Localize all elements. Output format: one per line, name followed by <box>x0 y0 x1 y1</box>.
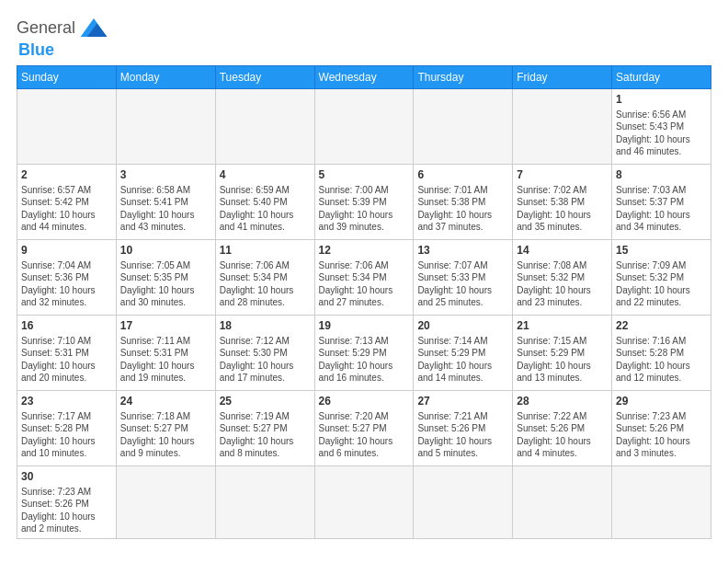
calendar-week-row: 1Sunrise: 6:56 AM Sunset: 5:43 PM Daylig… <box>17 89 711 165</box>
calendar-day-13: 13Sunrise: 7:07 AM Sunset: 5:33 PM Dayli… <box>414 240 513 316</box>
day-number: 7 <box>517 167 608 183</box>
calendar-day-18: 18Sunrise: 7:12 AM Sunset: 5:30 PM Dayli… <box>215 316 314 391</box>
calendar-empty-cell <box>215 89 314 165</box>
day-info: Sunrise: 7:15 AM Sunset: 5:29 PM Dayligh… <box>517 335 608 385</box>
calendar-day-1: 1Sunrise: 6:56 AM Sunset: 5:43 PM Daylig… <box>612 89 711 165</box>
calendar-day-17: 17Sunrise: 7:11 AM Sunset: 5:31 PM Dayli… <box>116 316 215 391</box>
calendar-week-row: 16Sunrise: 7:10 AM Sunset: 5:31 PM Dayli… <box>17 316 711 391</box>
calendar-empty-cell <box>17 89 117 165</box>
day-info: Sunrise: 7:16 AM Sunset: 5:28 PM Dayligh… <box>616 335 707 385</box>
page: General Blue SundayMondayTuesdayWednesda… <box>0 0 728 563</box>
day-info: Sunrise: 7:00 AM Sunset: 5:39 PM Dayligh… <box>319 184 410 234</box>
day-number: 6 <box>417 167 508 183</box>
calendar-day-30: 30Sunrise: 7:23 AM Sunset: 5:26 PM Dayli… <box>17 466 117 539</box>
calendar-day-8: 8Sunrise: 7:03 AM Sunset: 5:37 PM Daylig… <box>612 165 711 240</box>
calendar-empty-cell <box>215 466 314 539</box>
day-number: 29 <box>616 394 707 409</box>
day-info: Sunrise: 7:23 AM Sunset: 5:26 PM Dayligh… <box>616 410 707 460</box>
day-number: 30 <box>21 469 112 485</box>
day-info: Sunrise: 7:07 AM Sunset: 5:33 PM Dayligh… <box>417 259 508 309</box>
calendar-day-29: 29Sunrise: 7:23 AM Sunset: 5:26 PM Dayli… <box>612 391 711 466</box>
calendar-day-14: 14Sunrise: 7:08 AM Sunset: 5:32 PM Dayli… <box>513 240 612 316</box>
day-info: Sunrise: 7:18 AM Sunset: 5:27 PM Dayligh… <box>120 410 211 460</box>
weekday-header-thursday: Thursday <box>414 66 513 89</box>
day-number: 18 <box>220 318 311 334</box>
calendar-day-25: 25Sunrise: 7:19 AM Sunset: 5:27 PM Dayli… <box>215 391 314 466</box>
day-info: Sunrise: 7:17 AM Sunset: 5:28 PM Dayligh… <box>21 410 112 460</box>
logo-icon <box>77 15 110 40</box>
calendar-week-row: 9Sunrise: 7:04 AM Sunset: 5:36 PM Daylig… <box>17 240 711 316</box>
day-number: 9 <box>21 243 112 259</box>
day-number: 8 <box>616 167 707 183</box>
day-info: Sunrise: 7:23 AM Sunset: 5:26 PM Dayligh… <box>21 486 112 535</box>
calendar-empty-cell <box>612 466 711 539</box>
header: General Blue <box>17 15 711 60</box>
calendar-day-16: 16Sunrise: 7:10 AM Sunset: 5:31 PM Dayli… <box>17 316 117 391</box>
day-number: 15 <box>616 243 707 259</box>
weekday-header-wednesday: Wednesday <box>314 66 414 89</box>
calendar-week-row: 23Sunrise: 7:17 AM Sunset: 5:28 PM Dayli… <box>17 391 711 466</box>
calendar-day-19: 19Sunrise: 7:13 AM Sunset: 5:29 PM Dayli… <box>314 316 414 391</box>
day-info: Sunrise: 7:06 AM Sunset: 5:34 PM Dayligh… <box>220 259 311 309</box>
day-info: Sunrise: 7:11 AM Sunset: 5:31 PM Dayligh… <box>120 335 211 385</box>
calendar-empty-cell <box>116 89 215 165</box>
calendar-day-15: 15Sunrise: 7:09 AM Sunset: 5:32 PM Dayli… <box>612 240 711 316</box>
day-number: 16 <box>21 318 112 334</box>
day-info: Sunrise: 7:08 AM Sunset: 5:32 PM Dayligh… <box>517 259 608 309</box>
calendar-day-2: 2Sunrise: 6:57 AM Sunset: 5:42 PM Daylig… <box>17 165 117 240</box>
day-number: 22 <box>616 318 707 334</box>
day-info: Sunrise: 7:13 AM Sunset: 5:29 PM Dayligh… <box>319 335 410 385</box>
day-number: 17 <box>120 318 211 334</box>
calendar-day-24: 24Sunrise: 7:18 AM Sunset: 5:27 PM Dayli… <box>116 391 215 466</box>
day-info: Sunrise: 6:58 AM Sunset: 5:41 PM Dayligh… <box>120 184 211 234</box>
calendar-empty-cell <box>414 466 513 539</box>
day-info: Sunrise: 6:59 AM Sunset: 5:40 PM Dayligh… <box>220 184 311 234</box>
day-info: Sunrise: 7:10 AM Sunset: 5:31 PM Dayligh… <box>21 335 112 385</box>
calendar-day-3: 3Sunrise: 6:58 AM Sunset: 5:41 PM Daylig… <box>116 165 215 240</box>
logo: General Blue <box>17 15 110 60</box>
day-info: Sunrise: 6:56 AM Sunset: 5:43 PM Dayligh… <box>616 109 707 158</box>
calendar-day-23: 23Sunrise: 7:17 AM Sunset: 5:28 PM Dayli… <box>17 391 117 466</box>
day-info: Sunrise: 6:57 AM Sunset: 5:42 PM Dayligh… <box>21 184 112 234</box>
day-number: 12 <box>319 243 410 259</box>
day-info: Sunrise: 7:03 AM Sunset: 5:37 PM Dayligh… <box>616 184 707 234</box>
calendar-empty-cell <box>314 466 414 539</box>
calendar-day-21: 21Sunrise: 7:15 AM Sunset: 5:29 PM Dayli… <box>513 316 612 391</box>
calendar-day-4: 4Sunrise: 6:59 AM Sunset: 5:40 PM Daylig… <box>215 165 314 240</box>
day-number: 14 <box>517 243 608 259</box>
calendar-empty-cell <box>116 466 215 539</box>
calendar-day-12: 12Sunrise: 7:06 AM Sunset: 5:34 PM Dayli… <box>314 240 414 316</box>
day-info: Sunrise: 7:04 AM Sunset: 5:36 PM Dayligh… <box>21 259 112 309</box>
day-number: 27 <box>417 394 508 409</box>
day-number: 28 <box>517 394 608 409</box>
weekday-header-sunday: Sunday <box>17 66 117 89</box>
day-number: 13 <box>417 243 508 259</box>
calendar-day-6: 6Sunrise: 7:01 AM Sunset: 5:38 PM Daylig… <box>414 165 513 240</box>
logo-text: General <box>17 19 75 36</box>
day-info: Sunrise: 7:22 AM Sunset: 5:26 PM Dayligh… <box>517 410 608 460</box>
calendar-day-27: 27Sunrise: 7:21 AM Sunset: 5:26 PM Dayli… <box>414 391 513 466</box>
weekday-header-friday: Friday <box>513 66 612 89</box>
day-info: Sunrise: 7:12 AM Sunset: 5:30 PM Dayligh… <box>220 335 311 385</box>
day-number: 11 <box>220 243 311 259</box>
day-number: 1 <box>616 92 707 108</box>
weekday-header-saturday: Saturday <box>612 66 711 89</box>
calendar-day-22: 22Sunrise: 7:16 AM Sunset: 5:28 PM Dayli… <box>612 316 711 391</box>
calendar-day-20: 20Sunrise: 7:14 AM Sunset: 5:29 PM Dayli… <box>414 316 513 391</box>
day-number: 26 <box>319 394 410 409</box>
day-number: 20 <box>417 318 508 334</box>
calendar-week-row: 2Sunrise: 6:57 AM Sunset: 5:42 PM Daylig… <box>17 165 711 240</box>
day-number: 21 <box>517 318 608 334</box>
weekday-header-tuesday: Tuesday <box>215 66 314 89</box>
day-number: 3 <box>120 167 211 183</box>
calendar-empty-cell <box>513 89 612 165</box>
day-info: Sunrise: 7:09 AM Sunset: 5:32 PM Dayligh… <box>616 259 707 309</box>
day-info: Sunrise: 7:19 AM Sunset: 5:27 PM Dayligh… <box>220 410 311 460</box>
day-info: Sunrise: 7:20 AM Sunset: 5:27 PM Dayligh… <box>319 410 410 460</box>
day-info: Sunrise: 7:21 AM Sunset: 5:26 PM Dayligh… <box>417 410 508 460</box>
calendar-day-11: 11Sunrise: 7:06 AM Sunset: 5:34 PM Dayli… <box>215 240 314 316</box>
calendar-week-row: 30Sunrise: 7:23 AM Sunset: 5:26 PM Dayli… <box>17 466 711 539</box>
day-number: 23 <box>21 394 112 409</box>
day-number: 5 <box>319 167 410 183</box>
day-info: Sunrise: 7:01 AM Sunset: 5:38 PM Dayligh… <box>417 184 508 234</box>
